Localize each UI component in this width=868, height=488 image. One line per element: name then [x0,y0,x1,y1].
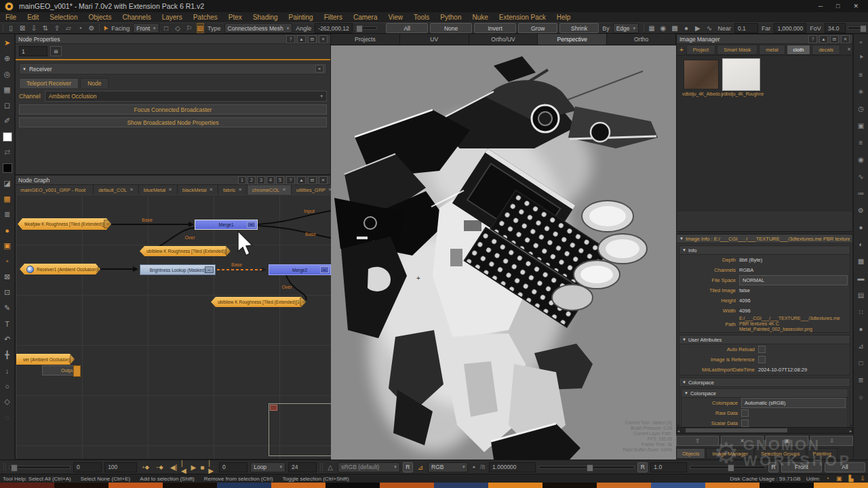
dock-tab[interactable]: Objects [676,448,705,459]
tool-icon[interactable]: ◇ [0,395,15,408]
thumbnail-albedo[interactable] [684,60,719,89]
gamma-field[interactable]: 1.0 [650,462,687,472]
menu-item[interactable]: Shading [248,14,283,21]
add-key-button[interactable]: +◆ [140,464,151,470]
image-set-tab[interactable]: Project [686,45,715,55]
selection-mode-icon[interactable]: ◇ [173,24,183,33]
help-button[interactable]: ? [286,35,295,43]
tool-icon[interactable]: ◻ [0,99,15,112]
view-toolbar-icon[interactable]: ● [681,24,691,33]
reset-gain-button[interactable]: R [637,462,648,472]
help-button[interactable]: ? [808,35,817,43]
timeline-slider[interactable] [9,463,71,472]
node-brightness-lookup[interactable]: Brightness Lookup (Masked) − [140,264,216,275]
close-panel-button[interactable]: ✕ [319,35,328,43]
menu-item[interactable]: File [0,14,22,21]
fps-field[interactable]: 24 [288,462,317,472]
shelf-icon[interactable]: ≔ [854,187,868,200]
graph-tab[interactable]: fabric ✕ [218,185,248,195]
delete-key-button[interactable]: −◆ [154,464,165,470]
node-index-field[interactable]: 1 [19,46,47,56]
by-select[interactable]: Edge ▾ [613,23,639,33]
close-tab-icon[interactable]: ✕ [168,187,172,192]
triangle-icon[interactable]: △ [326,463,335,472]
bookmark-icon[interactable]: ▤ [50,46,62,56]
selection-rectangle[interactable] [269,403,331,456]
toolbar-grip[interactable] [643,24,644,33]
shelf-icon[interactable]: ● [854,221,868,234]
transport-button[interactable]: ▶ [191,464,197,471]
thumbnail-roughness[interactable] [722,58,760,91]
active-selection-icon[interactable]: ▧ [197,23,204,33]
transport-button[interactable]: |◀ [181,460,187,474]
image-action-button[interactable]: ✕ [721,436,764,446]
receiver-section-header[interactable]: ▼ Receiver ✕ [19,63,327,75]
receiver-tab[interactable]: Node [80,78,108,88]
raw-data-checkbox[interactable] [741,409,749,417]
view-toolbar-icon[interactable]: ▶ [692,24,703,33]
viewport-tab[interactable]: UV [400,34,469,45]
lut-icon[interactable]: ⊿ [416,463,425,472]
tool-icon[interactable]: ▦ [0,192,15,205]
menu-item[interactable]: Tools [408,14,435,21]
reset-button[interactable]: R [403,462,413,472]
scroll-left-icon[interactable]: ◂ [677,428,680,433]
auto-reload-checkbox[interactable] [758,346,766,353]
far-field[interactable]: 1,000.000 [774,23,806,33]
select-invert-button[interactable]: Invert [474,23,516,33]
select-none-button[interactable]: None [430,23,472,33]
shelf-icon[interactable]: □ [854,357,868,369]
node-properties-header[interactable]: Node Properties ? ▲ ⊟ ✕ [16,35,330,44]
select-shrink-button[interactable]: Shrink [559,23,599,33]
collapse-button[interactable]: ▲ [297,176,306,184]
node-roughness3[interactable]: ubibliew K Roughness [Tiled (Extended)]1… [211,297,306,307]
tool-icon[interactable]: T [0,317,15,330]
menu-item[interactable]: Nuke [467,14,494,21]
menu-item[interactable]: Patches [188,14,223,21]
shelf-icon[interactable]: ≡ [854,68,868,81]
fov-field[interactable]: 34.0 [825,23,846,33]
dock-tab[interactable]: Image Manager [706,448,754,459]
output-port[interactable] [73,365,81,377]
scroll-right-icon[interactable]: ▸ [849,428,852,433]
close-tab-icon[interactable]: ✕ [238,187,241,192]
graph-view-button[interactable]: 2 [248,176,256,184]
shelf-icon[interactable]: ◉ [854,153,868,166]
select-grow-button[interactable]: Grow [518,23,557,33]
shelf-icon[interactable]: ⚙ [854,204,868,217]
gain-field[interactable]: 1.000000 [489,462,536,472]
node-merge1[interactable]: Merge1 − [195,220,258,230]
info-section-header[interactable]: ▼ Info [679,246,850,255]
remove-section-button[interactable]: ✕ [315,65,323,73]
collapse-button[interactable]: ▲ [819,35,828,43]
image-set-tab[interactable]: metal [759,45,785,55]
shelf-icon[interactable]: ● [854,323,868,336]
viewport-tab[interactable]: Ortho [607,34,676,45]
gain-slider[interactable] [538,463,635,472]
status-icon[interactable]: ◔ [826,475,829,482]
image-set-tab[interactable]: decals [812,45,840,55]
facing-select[interactable]: Front ▾ [133,23,159,33]
shelf-icon[interactable]: ☼ [854,390,868,403]
shelf-icon[interactable]: ≣ [854,373,868,386]
graph-tab[interactable]: mainGEO_v001_GRP - Root [16,185,94,195]
transport-button[interactable]: ■ [200,464,204,471]
toolbar-icon[interactable]: ▱ [63,24,73,33]
tool-icon[interactable] [0,130,15,143]
tool-icon[interactable]: ↶ [0,333,15,346]
collapse-node-button[interactable]: − [247,222,256,228]
tool-icon[interactable]: ⊡ [0,286,15,299]
timeline-grip[interactable] [319,463,323,472]
dock-tab[interactable]: Selection Groups [755,448,806,459]
status-icon[interactable]: ⇩ [860,475,865,482]
near-field[interactable]: 0.1 [734,23,758,33]
view-toolbar-icon[interactable]: ◉ [658,24,668,33]
tool-icon[interactable]: ╋ [0,348,15,361]
graph-tab[interactable]: default_COL ✕ [94,185,139,195]
menu-item[interactable]: Layers [157,14,188,21]
float-button[interactable]: ⊟ [308,35,317,43]
menu-item[interactable]: Python [435,14,467,21]
maximize-button[interactable]: □ [836,3,840,9]
fov-slider[interactable] [848,24,866,33]
angle-slider[interactable] [355,24,378,33]
